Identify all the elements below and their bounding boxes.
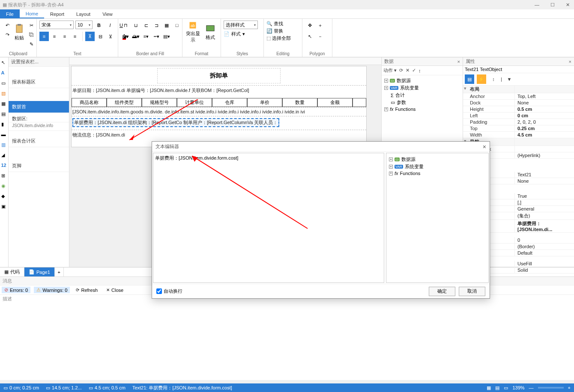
tree-datasource[interactable]: +▭数据源 xyxy=(384,77,460,84)
replace-button[interactable]: 🔄 替换 xyxy=(266,28,283,34)
border-bottom-icon[interactable]: ⊔ xyxy=(131,21,141,30)
autowrap-checkbox[interactable]: 自动换行 xyxy=(156,288,182,294)
warnings-pill[interactable]: ⚠Warnings: 0 xyxy=(34,287,70,293)
close-messages-button[interactable]: ✕ Close xyxy=(104,287,126,293)
tool-subreport-icon[interactable]: ▤ xyxy=(1,111,7,117)
brush-icon[interactable]: ✎ xyxy=(27,39,36,49)
border-left-icon[interactable]: ⊏ xyxy=(141,21,151,30)
tab-code[interactable]: ▦ 代码 xyxy=(0,267,24,276)
prop-filter-icon[interactable]: ▼ xyxy=(505,74,514,84)
font-family-combo[interactable]: 宋体▾ xyxy=(39,21,74,29)
view-grid-icon[interactable]: ▤ xyxy=(495,385,499,391)
tool-bars-icon[interactable]: ▥ xyxy=(1,142,7,148)
menu-report[interactable]: Report xyxy=(44,9,70,18)
font-size-combo[interactable]: 10▾ xyxy=(75,21,93,29)
ok-button[interactable]: 确定 xyxy=(429,287,455,296)
modal-tree-datasource[interactable]: +▭数据源 xyxy=(389,156,486,163)
delete-icon[interactable]: ✕ xyxy=(406,68,410,73)
tool-cross-icon[interactable]: ⊞ xyxy=(1,173,7,179)
tool-text-icon[interactable]: A xyxy=(1,70,7,76)
border-all-icon[interactable]: ▦ xyxy=(162,21,171,30)
poly-del-icon[interactable]: － xyxy=(315,32,325,41)
valign-bot-icon[interactable]: ⊻ xyxy=(106,32,115,41)
menu-file[interactable]: File xyxy=(0,9,20,18)
view-mode-icon[interactable]: ▦ xyxy=(487,385,491,391)
prop-sort-icon[interactable]: ↕ xyxy=(489,74,498,84)
sync-icon[interactable]: ⟳ xyxy=(399,68,403,73)
italic-icon[interactable]: I xyxy=(105,21,115,30)
modal-tree-functions[interactable]: +fxFunctions xyxy=(389,170,486,176)
band-title-area[interactable]: 报表标题区 xyxy=(9,76,69,88)
report-row-4[interactable]: 物流信息：[JSON.item.di xyxy=(72,132,365,138)
find-button[interactable]: 🔍 查找 xyxy=(266,21,283,27)
poly-edit-icon[interactable]: ↖ xyxy=(305,32,314,41)
prop-object-name[interactable]: Text21 TextObject xyxy=(463,66,574,73)
line-color-icon[interactable]: ▬▾ xyxy=(131,32,141,41)
valign-mid-icon[interactable]: ⊟ xyxy=(96,32,105,41)
line-style-icon[interactable]: ┅▾ xyxy=(152,32,161,41)
tab-add-icon[interactable]: + xyxy=(55,267,64,276)
sort-icon[interactable]: ↕ xyxy=(419,68,421,73)
report-data-row[interactable]: [JSON.item.divide.info.item.goods m.divi… xyxy=(72,109,365,114)
text-editor-textarea[interactable]: 单据费用：[JSON.item.divide.form.cost] xyxy=(153,153,384,283)
tab-page1[interactable]: 📄 Page1 xyxy=(24,267,55,276)
zoom-out-icon[interactable]: — xyxy=(529,385,534,390)
prop-events-icon[interactable]: ⚡ xyxy=(477,74,486,84)
valign-top-icon[interactable]: ⊼ xyxy=(85,32,95,41)
highlight-button[interactable]: ab 突出显示 xyxy=(185,21,201,44)
tool-table-icon[interactable]: ▦ xyxy=(1,101,7,107)
modal-tree-sysvar[interactable]: +VAR系统变量 xyxy=(389,163,486,170)
report-row-1[interactable]: 单据日期：[JSON.item.di 单据编号：[JSON.item.divid… xyxy=(72,87,365,94)
band-data-area[interactable]: 数据区: xyxy=(9,113,69,122)
tool-cursor-icon[interactable]: ↖ xyxy=(1,60,7,66)
fill-color-icon[interactable]: ◪▾ xyxy=(121,32,130,41)
zoom-value[interactable]: 139% xyxy=(512,385,524,390)
align-left-icon[interactable]: ≡ xyxy=(39,32,49,41)
tree-param[interactable]: ▭参数 xyxy=(384,99,460,106)
band-footer[interactable]: 页脚 xyxy=(9,160,69,172)
panel-close-icon[interactable]: × xyxy=(457,59,460,64)
tool-line-icon[interactable]: ◢ xyxy=(1,152,7,158)
style-combo[interactable]: 选择样式▾ xyxy=(224,21,258,29)
border-right-icon[interactable]: ⊐ xyxy=(152,21,161,30)
tool-image-icon[interactable]: ▧ xyxy=(1,91,7,97)
zoom-slider[interactable] xyxy=(538,387,564,389)
line-width-icon[interactable]: ≡▾ xyxy=(141,32,151,41)
errors-pill[interactable]: ⊘Errors: 0 xyxy=(2,287,30,293)
band-data-head[interactable]: 数据首 xyxy=(9,101,69,113)
align-justify-icon[interactable]: ≡ xyxy=(70,32,80,41)
tree-sysvar[interactable]: +VAR系统变量 xyxy=(384,84,460,92)
report-row-3-selected[interactable]: 单据费用：[JSON.item.di 组织架构：[Report.GetCo 制单… xyxy=(72,118,279,127)
poly-move-icon[interactable]: ✥ xyxy=(305,21,314,30)
minimize-icon[interactable]: — xyxy=(533,2,541,8)
tool-gauge-icon[interactable]: ◉ xyxy=(1,183,7,189)
bold-icon[interactable]: B xyxy=(94,21,104,30)
band-sum-area[interactable]: 报表合计区 xyxy=(9,135,69,147)
maximize-icon[interactable]: ☐ xyxy=(549,2,556,8)
selectall-button[interactable]: ⬚ 选择全部 xyxy=(266,35,291,42)
cut-icon[interactable]: ✂ xyxy=(27,21,36,30)
tool-barcode-icon[interactable]: ▮ xyxy=(1,122,7,128)
align-center-icon[interactable]: ≡ xyxy=(50,32,59,41)
tool-number-icon[interactable]: 12 xyxy=(1,163,7,169)
prop-cat-icon[interactable]: ▤ xyxy=(465,74,474,84)
align-right-icon[interactable]: ≡ xyxy=(60,32,69,41)
border-none-icon[interactable]: □ xyxy=(172,21,182,30)
tool-chart-icon[interactable]: ▬ xyxy=(1,132,7,138)
tree-total[interactable]: Σ合计 xyxy=(384,92,460,99)
border-top-icon[interactable]: ⊓ xyxy=(121,21,130,30)
refresh-button[interactable]: ⟳ Refresh xyxy=(73,287,100,293)
zoom-in-icon[interactable]: + xyxy=(568,385,571,390)
bands-header[interactable]: 设置报表栏... xyxy=(9,57,69,67)
tool-box-icon[interactable]: ▭ xyxy=(1,80,7,86)
undo-icon[interactable]: ↶ xyxy=(3,21,12,30)
check-icon[interactable]: ✓ xyxy=(412,68,416,73)
tree-functions[interactable]: +fxFunctions xyxy=(384,106,460,112)
menu-layout[interactable]: Layout xyxy=(70,9,96,18)
view-page-icon[interactable]: ▭ xyxy=(504,385,508,391)
tool-misc-icon[interactable]: ◆ xyxy=(1,193,7,199)
data-panel-toolbar[interactable]: 动作 ▾ ⟳ ✕ ✓ ↕ xyxy=(382,66,463,75)
report-title[interactable]: 拆卸单 xyxy=(157,68,281,83)
copy-icon[interactable]: ⿻ xyxy=(27,30,36,39)
prop-close-icon[interactable]: × xyxy=(569,59,571,64)
